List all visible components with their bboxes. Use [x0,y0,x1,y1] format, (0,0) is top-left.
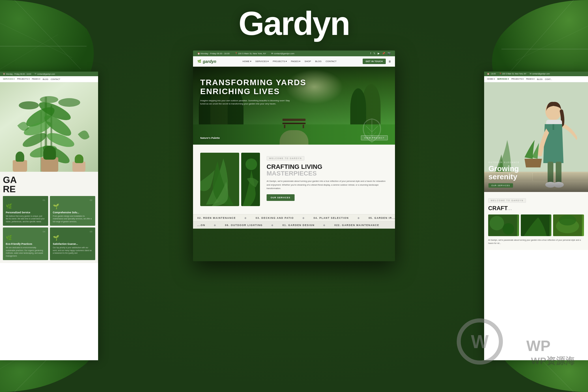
about-secondary-img [241,153,260,206]
svg-point-53 [559,215,576,225]
service-card-4-name: Satisfaction Guaran... [53,242,92,245]
about-text: WELCOME TO GARDYN CRAFTING LIVING MASTER… [267,153,388,206]
hero-view-btn[interactable]: VIEW PROJECT [361,135,388,140]
about-main-img [200,153,239,206]
svg-point-33 [246,158,257,170]
about-btn[interactable]: OUR SERVICES [267,194,295,201]
right-services-nav[interactable]: SERVICES ▾ [497,78,509,80]
hero-description: Imagine stepping into your own outdoor p… [200,99,293,106]
right-about-tag: WELCOME TO GARDYN [488,198,526,203]
left-service-cards: 01 🌿 Personalized Service We believe tha… [3,196,95,260]
hero-project-name: Nature's Palette [200,137,220,139]
right-projects-nav[interactable]: PROJECTS ▾ [511,78,524,80]
right-hero-btn[interactable]: OUR SERVICES [488,183,513,188]
hero-leaf-watermark [357,116,386,145]
right-pages-nav[interactable]: PAGES ▾ [526,78,535,80]
svg-point-23 [19,101,39,109]
nav-services[interactable]: SERVICES ▾ [255,60,269,63]
right-blog-nav[interactable]: BLOG [537,78,542,80]
left-nav[interactable]: SERVICES ▾ PROJECTS ▾ PAGES ▾ BLOG CONTA… [0,76,98,82]
left-contact-nav[interactable]: CONTACT [51,78,60,80]
service-card-4-desc: Our top priority is your satisfaction wi… [53,246,92,254]
svg-point-25 [40,96,58,103]
service-card-2-desc: From garden design and installation to m… [53,215,92,223]
nav-home[interactable]: HOME ▾ [243,60,251,63]
service-card-4: 05 🌱 Satisfaction Guaran... Our top prio… [50,227,95,260]
left-topbar-email: ✉ contact@gardyn.com [35,73,55,75]
left-services-section: GARE 01 🌿 Personalized Service We believ… [0,172,98,263]
nav-shop[interactable]: SHOP [304,60,311,63]
about-description: At Gardyn, we're passionate about turnin… [267,180,388,190]
right-about-img-2 [521,214,552,236]
right-cont-nav[interactable]: CONT... [545,78,552,80]
service-card-3: 04 🌿 Eco-Friendly Practices We are dedic… [3,227,48,260]
left-topbar: ⏰ Monday - Friday 08.00 - 18.00 ✉ contac… [0,72,98,76]
left-services-title-part: GARE [3,175,17,194]
svg-line-27 [366,126,372,132]
wordpress-watermark: W [457,318,503,365]
center-panel: ⏰ Monday - Friday 08.00 - 18.00 📍 100 S … [193,51,395,261]
nav-pages[interactable]: PAGES ▾ [291,60,300,63]
center-topbar: ⏰ Monday - Friday 08.00 - 18.00 📍 100 S … [193,51,395,56]
nav-blog[interactable]: BLOG [315,60,321,63]
center-logo: 🌿 gardyn [197,59,216,64]
hero-footer: Nature's Palette VIEW PROJECT [200,135,388,140]
service-card-2: 02 🌱 Comprehensive Solu... From garden d… [50,196,95,226]
right-hero-tag: OUTDOOR ELEGANCE [488,161,584,163]
right-topbar: ⏰ - 18.00 📍 100 S Main St, New York, NY … [484,72,588,76]
center-hero: TRANSFORMING YARDS ENRICHING LIVES Imagi… [193,67,395,145]
left-blog-nav[interactable]: BLOG [43,78,48,80]
service-card-2-name: Comprehensive Solu... [53,211,92,214]
hero-heading: TRANSFORMING YARDS ENRICHING LIVES [200,78,306,96]
center-about: WELCOME TO GARDYN CRAFTING LIVING MASTER… [193,145,395,214]
wp-text-label: WP [526,337,550,354]
right-hero-image: OUTDOOR ELEGANCE Growing serenity OUR SE… [484,82,588,192]
nav-hamburger[interactable]: ≡ [389,59,391,64]
center-hero-content: TRANSFORMING YARDS ENRICHING LIVES Imagi… [200,78,306,106]
right-about-img-1 [488,214,519,236]
svg-line-28 [372,126,378,132]
left-pages-nav[interactable]: PAGES ▾ [32,78,41,80]
right-nav[interactable]: HOME ▾ SERVICES ▾ PROJECTS ▾ PAGES ▾ BLO… [484,76,588,82]
left-hero-image [0,82,98,172]
right-about-section: WELCOME TO GARDYN CRAFT... [484,192,588,250]
right-panel: ⏰ - 18.00 📍 100 S Main St, New York, NY … [484,72,588,360]
about-tag: WELCOME TO GARDYN [267,156,304,160]
right-hero-title: Growing serenity [488,165,584,181]
svg-point-48 [490,216,504,230]
wpcn-watermark: WP资源海 [531,355,575,367]
right-about-desc: At Gardyn, we're passionate about turnin… [488,238,584,245]
center-ticker: 02. RDEN MAINTENANCE ◆ 03. DECKING AND P… [193,214,395,229]
svg-point-49 [503,223,514,235]
nav-projects[interactable]: PROJECTS ▾ [273,60,287,63]
left-services-nav[interactable]: SERVICES ▾ [3,78,15,80]
service-card-1-name: Personalized Service [6,211,45,214]
left-panel: ⏰ Monday - Friday 08.00 - 18.00 ✉ contac… [0,72,98,360]
service-card-1: 01 🌿 Personalized Service We believe tha… [3,196,48,226]
center-nav[interactable]: 🌿 gardyn HOME ▾ SERVICES ▾ PROJECTS ▾ PA… [193,56,395,67]
nav-cta-btn[interactable]: GET IN TOUCH [363,59,386,64]
right-about-title: CRAFT... [488,205,584,212]
left-projects-nav[interactable]: PROJECTS ▾ [17,78,29,80]
left-topbar-hours: ⏰ Monday - Friday 08.00 - 18.00 [3,73,31,75]
right-about-img-3 [553,214,584,236]
about-images [200,153,261,206]
about-title: CRAFTING LIVING MASTERPIECES [267,163,388,177]
service-card-3-name: Eco-Friendly Practices [6,242,45,245]
service-card-1-desc: We believe that every garden is unique, … [6,215,45,223]
right-home-nav[interactable]: HOME ▾ [487,78,495,80]
nav-contact[interactable]: CONTACT [325,60,336,63]
svg-point-24 [58,98,80,107]
page-title: Gardyn [0,4,588,42]
service-card-3-desc: We are dedicated to environmentally sust… [6,246,45,257]
